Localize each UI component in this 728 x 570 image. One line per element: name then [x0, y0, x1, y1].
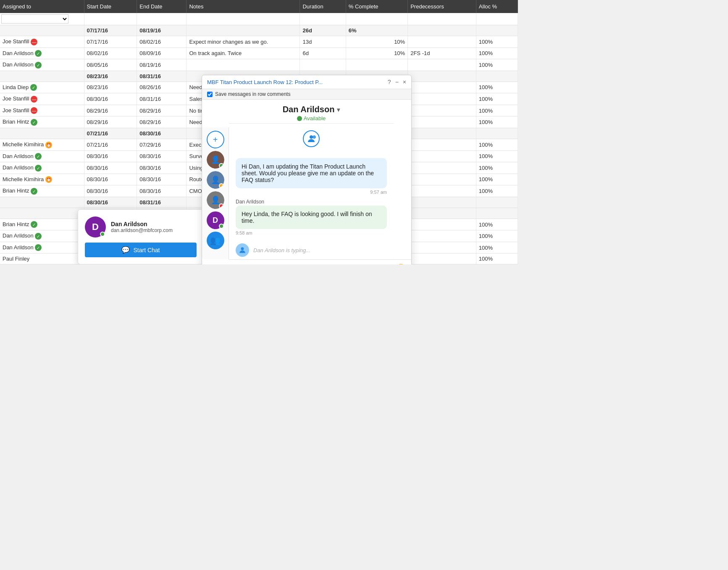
- chat-panel: MBF Titan Product Launch Row 12: Product…: [202, 75, 412, 264]
- status-icon-yellow: [45, 176, 52, 183]
- chat-help-button[interactable]: ?: [388, 79, 391, 85]
- main-table-container: Assigned to Start Date End Date Notes Du…: [0, 0, 518, 264]
- online-status-dot: [100, 232, 105, 237]
- status-icon-green: [31, 188, 37, 195]
- participant-status-dot-3: [219, 203, 224, 208]
- participant-d-dot: [219, 224, 224, 229]
- svg-point-0: [310, 135, 313, 139]
- status-icon-red: [31, 107, 37, 114]
- chat-body: Dan Arildson ▾ Available: [229, 100, 394, 259]
- assigned-to-filter[interactable]: [1, 14, 68, 24]
- status-icon-green: [30, 84, 37, 91]
- col-header-start: Start Date: [84, 0, 137, 13]
- participant-status-dot-1: [219, 163, 224, 168]
- chat-input-area: 😊: [229, 259, 411, 264]
- message-time-2: 9:58 am: [236, 230, 252, 235]
- message-outgoing: Hi Dan, I am updating the Titan Product …: [236, 158, 387, 195]
- col-header-end: End Date: [137, 0, 187, 13]
- col-header-assigned: Assigned to: [0, 0, 84, 13]
- participant-avatar-2[interactable]: 👤: [207, 171, 224, 189]
- col-header-notes: Notes: [187, 0, 300, 13]
- start-chat-button[interactable]: 💬 Start Chat: [85, 243, 197, 257]
- status-icon-green: [35, 50, 42, 57]
- status-icon-green: [31, 221, 37, 228]
- popup-avatar: D: [85, 216, 106, 238]
- chat-header: MBF Titan Product Launch Row 12: Product…: [202, 75, 411, 89]
- chat-close-button[interactable]: ×: [403, 79, 406, 85]
- availability-text: Available: [304, 115, 326, 121]
- message-incoming: Dan Arildson Hey Linda, the FAQ is looki…: [236, 199, 387, 235]
- messages-area: Hi Dan, I am updating the Titan Product …: [229, 154, 394, 241]
- status-icon-green: [31, 119, 37, 126]
- participant-avatar-3[interactable]: 👤: [207, 191, 224, 209]
- popup-user-name: Dan Arildson: [111, 221, 197, 227]
- user-popup: D Dan Arildson dan.arildson@mbfcorp.com …: [78, 209, 204, 264]
- filter-row: [0, 13, 518, 25]
- add-participant-circle-button[interactable]: [303, 130, 320, 147]
- col-header-pct: % Complete: [346, 0, 407, 13]
- status-icon-green: [35, 62, 42, 69]
- table-row: Joe Stanfill 07/17/16 08/02/16 Expect mi…: [0, 36, 518, 48]
- typing-indicator: Dan Arildson is typing...: [229, 241, 394, 259]
- chat-user-dropdown[interactable]: ▾: [337, 106, 340, 113]
- status-icon-green: [35, 153, 42, 160]
- participant-avatar-d[interactable]: D: [207, 211, 224, 229]
- message-sender-2: Dan Arildson: [236, 199, 264, 205]
- chat-icon: 💬: [121, 246, 130, 254]
- save-messages-checkbox[interactable]: [207, 92, 213, 97]
- participant-avatar-1[interactable]: 👤: [207, 151, 224, 169]
- status-icon-green: [35, 244, 42, 251]
- status-icon-red: [31, 96, 37, 103]
- typing-avatar: [236, 243, 249, 257]
- availability-dot: [297, 116, 302, 121]
- table-row: 07/17/16 08/19/16 26d 6%: [0, 25, 518, 36]
- svg-point-4: [241, 247, 244, 250]
- col-header-duration: Duration: [300, 0, 346, 13]
- col-header-alloc: Alloc %: [476, 0, 518, 13]
- col-header-predecessors: Predecessors: [408, 0, 476, 13]
- message-time-1: 9:57 am: [370, 190, 387, 195]
- popup-user-email: dan.arildson@mbfcorp.com: [111, 227, 197, 233]
- status-icon-red: [31, 39, 37, 45]
- status-icon-green: [35, 165, 42, 172]
- chat-participants-sidebar: + 👤 👤 👤 D: [202, 127, 229, 259]
- typing-text: Dan Arildson is typing...: [253, 247, 310, 253]
- emoji-button[interactable]: 😊: [396, 263, 406, 264]
- add-participant-button[interactable]: +: [207, 131, 224, 148]
- status-icon-green: [35, 233, 42, 240]
- chat-title[interactable]: MBF Titan Product Launch Row 12: Product…: [207, 79, 384, 85]
- table-row: Dan Arildson 08/05/16 08/19/16 100%: [0, 59, 518, 71]
- group-chat-icon[interactable]: 👥: [207, 232, 224, 249]
- status-icon-yellow: [45, 142, 52, 148]
- table-row: Dan Arildson 08/02/16 08/09/16 On track …: [0, 48, 518, 59]
- participant-status-dot-2: [219, 183, 224, 188]
- message-bubble-1: Hi Dan, I am updating the Titan Product …: [236, 158, 387, 188]
- chat-user-header: Dan Arildson ▾ Available: [229, 100, 394, 124]
- chat-minimize-button[interactable]: −: [395, 79, 399, 85]
- message-bubble-2: Hey Linda, the FAQ is looking good. I wi…: [236, 206, 387, 229]
- chat-input[interactable]: [234, 263, 392, 264]
- chat-contact-name: Dan Arildson: [283, 105, 335, 114]
- save-messages-row: Save messages in row comments: [202, 89, 411, 100]
